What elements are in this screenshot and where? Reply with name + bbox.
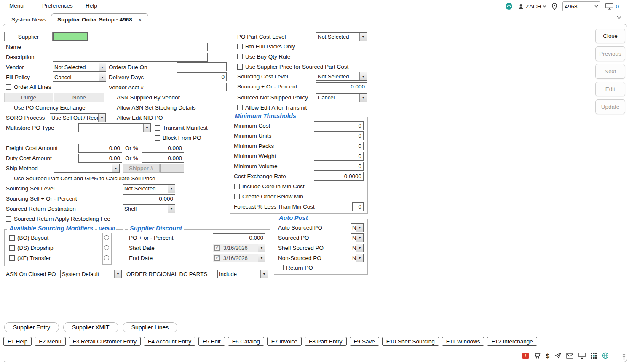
sourced-not-shipped-policy-select[interactable]: Cancel bbox=[316, 93, 367, 102]
vendor-select[interactable]: Not Selected bbox=[53, 63, 106, 72]
send-icon[interactable] bbox=[554, 352, 561, 359]
rtn-full-packs-only-checkbox[interactable]: Rtn Full Packs Only bbox=[237, 43, 295, 50]
supplier-entry-button[interactable]: Supplier Entry bbox=[4, 322, 59, 332]
minimum-packs-input[interactable] bbox=[314, 142, 364, 150]
asn-supplied-by-vendor-checkbox[interactable]: ASN Supplied By Vendor bbox=[109, 94, 180, 101]
sourcing-sell-level-select[interactable]: Not Selected bbox=[123, 184, 175, 193]
checkbox-icon[interactable] bbox=[214, 255, 220, 261]
f12-interchange-button[interactable]: F12 Interchange bbox=[487, 337, 537, 346]
f5-edit-button[interactable]: F5 Edit bbox=[198, 337, 225, 346]
next-button[interactable]: Next bbox=[595, 64, 625, 79]
ship-method-select[interactable] bbox=[54, 164, 120, 173]
auto-sourced-po-select[interactable]: N bbox=[351, 223, 364, 232]
return-po-checkbox[interactable]: Return PO bbox=[278, 265, 313, 271]
dropdown-arrow-icon[interactable] bbox=[258, 244, 265, 252]
orders-due-on-input[interactable] bbox=[177, 62, 227, 71]
freight-pct-input[interactable] bbox=[142, 144, 184, 153]
minimum-units-input[interactable] bbox=[314, 131, 364, 140]
use-buy-qty-rule-checkbox[interactable]: Use Buy Qty Rule bbox=[237, 54, 290, 60]
resize-grip-icon[interactable] bbox=[622, 354, 626, 360]
soro-process-select[interactable]: Use Sell Out / Reor bbox=[50, 113, 106, 122]
user-menu[interactable]: ZACH bbox=[518, 3, 547, 10]
forecast-pct-input[interactable] bbox=[352, 202, 364, 211]
use-supplier-price-checkbox[interactable]: Use Supplier Price for Sourced Part Cost bbox=[237, 64, 348, 70]
supplier-button[interactable]: Supplier bbox=[4, 32, 53, 41]
sourced-po-select[interactable]: N bbox=[351, 233, 364, 242]
update-button[interactable]: Update bbox=[595, 99, 625, 114]
default-radio-bo[interactable] bbox=[104, 235, 109, 240]
transmit-manifest-checkbox[interactable]: Transmit Manifest bbox=[155, 125, 208, 131]
dropdown-arrow-icon[interactable] bbox=[359, 33, 367, 41]
purge-button[interactable]: Purge bbox=[4, 93, 53, 102]
chevron-down-icon[interactable] bbox=[617, 16, 621, 19]
cost-exchange-rate-input[interactable] bbox=[314, 172, 364, 181]
f4-account-entry-button[interactable]: F4 Account Entry bbox=[144, 337, 195, 346]
name-input[interactable] bbox=[53, 43, 208, 51]
dropdown-arrow-icon[interactable] bbox=[356, 244, 363, 252]
monitor-icon[interactable] bbox=[605, 3, 613, 10]
f1-help-button[interactable]: F1 Help bbox=[3, 337, 32, 346]
multistore-po-type-select[interactable] bbox=[78, 123, 151, 132]
dropdown-arrow-icon[interactable] bbox=[168, 205, 175, 213]
menu-item-preferences[interactable]: Preferences bbox=[42, 3, 73, 9]
use-sourced-gp-checkbox[interactable]: Use Sourced Part Cost and GP% to Calcula… bbox=[6, 175, 155, 182]
dropdown-arrow-icon[interactable] bbox=[356, 234, 363, 242]
f6-catalog-button[interactable]: F6 Catalog bbox=[228, 337, 264, 346]
dropdown-arrow-icon[interactable] bbox=[356, 254, 363, 262]
f8-part-entry-button[interactable]: F8 Part Entry bbox=[305, 337, 347, 346]
asn-on-closed-po-select[interactable]: System Default bbox=[60, 270, 122, 278]
default-radio-ds[interactable] bbox=[104, 245, 109, 250]
start-date-picker[interactable]: 3/16/2026 bbox=[213, 244, 265, 252]
dropdown-arrow-icon[interactable] bbox=[260, 270, 268, 278]
end-date-picker[interactable]: 3/16/2026 bbox=[213, 254, 265, 262]
po-discount-pct-input[interactable] bbox=[213, 233, 265, 242]
dropdown-arrow-icon[interactable] bbox=[258, 254, 265, 262]
supplier-input[interactable] bbox=[53, 32, 88, 41]
ds-dropship-checkbox[interactable]: (DS) Dropship bbox=[9, 245, 54, 251]
tab-system-news[interactable]: System News bbox=[6, 14, 51, 24]
tab-supplier-order-setup[interactable]: Supplier Order Setup - 4968 bbox=[51, 13, 148, 25]
vendor-acct-input[interactable] bbox=[177, 83, 227, 91]
dropdown-arrow-icon[interactable] bbox=[168, 185, 175, 193]
minimum-cost-input[interactable] bbox=[314, 121, 364, 130]
dropdown-arrow-icon[interactable] bbox=[359, 72, 367, 80]
dropdown-arrow-icon[interactable] bbox=[114, 270, 121, 278]
email-icon[interactable] bbox=[566, 353, 573, 359]
create-order-below-min-checkbox[interactable]: Create Order Below Min bbox=[234, 193, 303, 200]
xf-transfer-checkbox[interactable]: (XF) Transfer bbox=[9, 255, 51, 261]
shipper-number-button[interactable]: Shipper # bbox=[123, 164, 160, 173]
dropdown-arrow-icon[interactable] bbox=[99, 63, 106, 71]
dropdown-arrow-icon[interactable] bbox=[356, 224, 363, 232]
cart-icon[interactable] bbox=[534, 352, 541, 359]
dropdown-arrow-icon[interactable] bbox=[112, 164, 119, 172]
default-radio-xf[interactable] bbox=[104, 255, 109, 260]
f10-shelf-sourcing-button[interactable]: F10 Shelf Sourcing bbox=[382, 337, 439, 346]
shelf-sourced-po-select[interactable]: N bbox=[351, 244, 364, 252]
dropdown-arrow-icon[interactable] bbox=[99, 73, 106, 81]
location-pin-icon[interactable] bbox=[551, 3, 557, 10]
close-icon[interactable] bbox=[138, 16, 142, 23]
supplier-lines-button[interactable]: Supplier Lines bbox=[123, 322, 178, 332]
include-core-in-min-cost-checkbox[interactable]: Include Core in Min Cost bbox=[234, 183, 305, 190]
previous-button[interactable]: Previous bbox=[595, 46, 625, 61]
close-button[interactable]: Close bbox=[595, 29, 625, 43]
f2-menu-button[interactable]: F2 Menu bbox=[35, 337, 65, 346]
dropdown-arrow-icon[interactable] bbox=[98, 114, 105, 122]
supplier-xmit-button[interactable]: Supplier XMIT bbox=[63, 322, 118, 332]
menu-item-menu[interactable]: Menu bbox=[9, 3, 24, 9]
minimum-weight-input[interactable] bbox=[314, 152, 364, 161]
delivery-days-input[interactable] bbox=[177, 72, 227, 81]
fill-policy-select[interactable]: Cancel bbox=[53, 73, 106, 82]
dropdown-arrow-icon[interactable] bbox=[143, 124, 150, 132]
sourcing-cost-level-select[interactable]: Not Selected bbox=[316, 72, 367, 81]
edit-button[interactable]: Edit bbox=[595, 82, 625, 96]
sourcing-sell-pct-input[interactable] bbox=[123, 194, 175, 203]
block-from-po-checkbox[interactable]: Block From PO bbox=[155, 135, 201, 141]
terminal-select[interactable]: 4968 bbox=[562, 1, 600, 11]
dollar-icon[interactable]: $ bbox=[546, 352, 549, 359]
f3-retail-customer-entry-button[interactable]: F3 Retail Customer Entry bbox=[69, 337, 141, 346]
alert-icon[interactable]: ! bbox=[522, 353, 529, 359]
shipper-number-input[interactable] bbox=[160, 164, 184, 173]
description-input[interactable] bbox=[53, 53, 208, 62]
bo-buyout-checkbox[interactable]: (BO) Buyout bbox=[9, 235, 48, 241]
